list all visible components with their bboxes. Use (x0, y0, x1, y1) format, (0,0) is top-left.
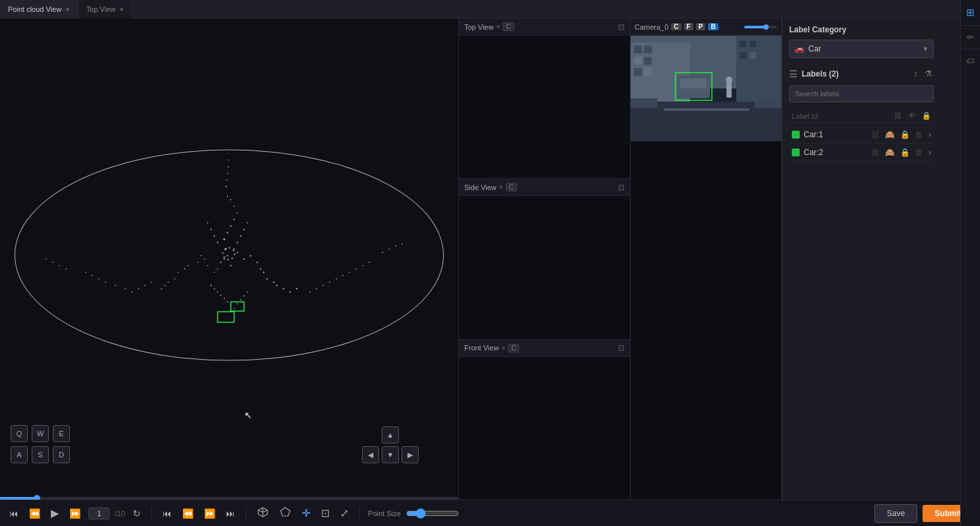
point-size-slider[interactable] (406, 508, 459, 519)
front-view-close[interactable]: × (501, 345, 505, 352)
svg-line-126 (258, 510, 263, 512)
svg-point-76 (244, 296, 245, 297)
label-delete-icon-car1[interactable]: 🗑 (915, 130, 923, 139)
svg-point-8 (243, 259, 244, 260)
search-labels-input[interactable] (789, 85, 934, 102)
labels-filter-button[interactable]: ⚗ (923, 67, 934, 80)
svg-point-22 (174, 279, 176, 280)
svg-point-68 (217, 292, 219, 293)
camera-badge-f: F (684, 23, 693, 30)
key-w: W (32, 425, 49, 442)
svg-rect-111 (740, 41, 746, 48)
bottom-toolbar: ⏮ ⏪ ▶ ⏩ 1 /10 ↻ ⏮ ⏪ ⏩ ⏭ ✛ ⊡ ⤢ Point Size… (0, 500, 980, 526)
top-view-body[interactable] (459, 36, 630, 178)
eye-icon-header: 👁 (908, 112, 915, 120)
svg-rect-106 (634, 57, 642, 65)
svg-point-75 (240, 300, 242, 301)
label-eye-icon-car1[interactable]: 🙈 (885, 130, 895, 139)
svg-point-13 (201, 255, 202, 257)
svg-point-86 (382, 252, 383, 253)
label-lock-icon-car2[interactable]: 🔒 (900, 148, 910, 157)
key-e: E (53, 425, 70, 442)
svg-point-94 (226, 186, 227, 187)
front-view-maximize[interactable]: ⊡ (618, 343, 625, 352)
svg-point-64 (92, 275, 93, 277)
front-view-body[interactable] (459, 357, 630, 500)
label-delete-icon-car2[interactable]: 🗑 (915, 148, 923, 157)
point-cloud-tab-close[interactable]: × (65, 5, 69, 13)
label-expand-car2[interactable]: › (928, 148, 931, 157)
side-view-c-badge: C (506, 183, 517, 191)
svg-point-67 (214, 288, 215, 290)
tab-point-cloud[interactable]: Point cloud View × (0, 0, 79, 18)
svg-point-65 (85, 272, 87, 273)
top-view-tab-label: Top View (87, 5, 116, 13)
category-select[interactable]: CarPedestrianCyclist (789, 40, 934, 58)
transform-tool-button[interactable]: ⊡ (318, 506, 332, 521)
label-link-icon-car1[interactable]: ⛓ (872, 130, 880, 139)
skip-start-button[interactable]: ⏮ (7, 507, 21, 520)
svg-point-14 (260, 268, 261, 269)
step-back-button[interactable]: ⏪ (26, 507, 43, 520)
side-view-close[interactable]: × (499, 183, 503, 191)
timeline-progress-bar[interactable] (0, 497, 458, 500)
refresh-button[interactable]: ↻ (130, 507, 143, 520)
frame-input[interactable]: 1 (88, 508, 110, 519)
label-expand-car1[interactable]: › (928, 130, 931, 139)
svg-point-80 (232, 250, 234, 251)
svg-rect-101 (230, 302, 244, 311)
fit-view-button[interactable]: ⤢ (337, 506, 351, 521)
camera-image[interactable] (631, 36, 781, 141)
cube-tool-button[interactable] (254, 505, 271, 522)
save-button[interactable]: Save (874, 504, 917, 523)
panel-icon-edit[interactable]: ✏ (961, 26, 980, 49)
panel-icon-tag[interactable]: 🏷 (961, 49, 980, 73)
label-link-icon-car2[interactable]: ⛓ (872, 148, 880, 157)
label-row-car2[interactable]: Car:2 ⛓ 🙈 🔒 🗑 › (789, 144, 934, 162)
side-view-body[interactable] (459, 196, 630, 339)
top-view-title: Top View (464, 23, 493, 31)
play-button[interactable]: ▶ (48, 506, 61, 521)
camera-scene-svg (631, 36, 781, 141)
step-forward-button[interactable]: ⏩ (67, 507, 83, 520)
top-view-tab-close[interactable]: × (120, 5, 123, 13)
middle-column: Top View × C ⊡ Side View × C (459, 18, 631, 500)
svg-point-84 (224, 257, 225, 258)
tab-top-view[interactable]: Top View × (79, 0, 133, 18)
svg-point-21 (273, 281, 274, 282)
svg-point-88 (395, 246, 396, 247)
next-frame-button[interactable]: ⏩ (201, 507, 218, 520)
fast-forward-button[interactable]: ⏭ (223, 507, 238, 520)
label-lock-icon-car1[interactable]: 🔒 (900, 130, 910, 139)
point-cloud-tab-label: Point cloud View (8, 5, 61, 13)
move-tool-button[interactable]: ✛ (299, 506, 313, 521)
side-view-panel: Side View × C ⊡ (459, 179, 630, 339)
svg-point-96 (227, 173, 228, 174)
svg-point-20 (178, 272, 179, 273)
label-eye-icon-car2[interactable]: 🙈 (885, 148, 895, 157)
top-view-maximize[interactable]: ⊡ (618, 22, 625, 32)
progress-fill (0, 497, 37, 500)
svg-point-44 (211, 229, 212, 230)
labels-sort-button[interactable]: ↕ (913, 67, 920, 80)
panel-icon-grid[interactable]: ⊞ (961, 18, 980, 26)
polygon-tool-button[interactable] (277, 505, 294, 522)
top-view-c-badge: C (503, 22, 514, 31)
fast-rewind-button[interactable]: ⏮ (160, 507, 174, 520)
camera-column: Camera_0 C F P B (631, 18, 782, 500)
side-view-title: Side View (464, 183, 497, 191)
svg-point-81 (234, 254, 235, 255)
svg-point-61 (115, 285, 116, 286)
label-row-car1[interactable]: Car:1 ⛓ 🙈 🔒 🗑 › (789, 126, 934, 144)
top-view-close[interactable]: × (496, 23, 500, 30)
side-view-maximize[interactable]: ⊡ (618, 183, 625, 192)
right-panel: ⊞ ✏ 🏷 Label Category 🚗 CarPedestrianCycl… (782, 18, 960, 500)
point-cloud-viewport[interactable]: ↖ Q W E A S D ▲ (0, 18, 458, 500)
svg-point-25 (283, 288, 284, 289)
svg-rect-107 (644, 57, 652, 65)
camera-slider[interactable] (744, 26, 777, 28)
front-view-c-badge: C (508, 344, 519, 352)
svg-point-3 (230, 265, 231, 266)
svg-line-125 (263, 510, 267, 512)
prev-frame-button[interactable]: ⏪ (180, 507, 196, 520)
